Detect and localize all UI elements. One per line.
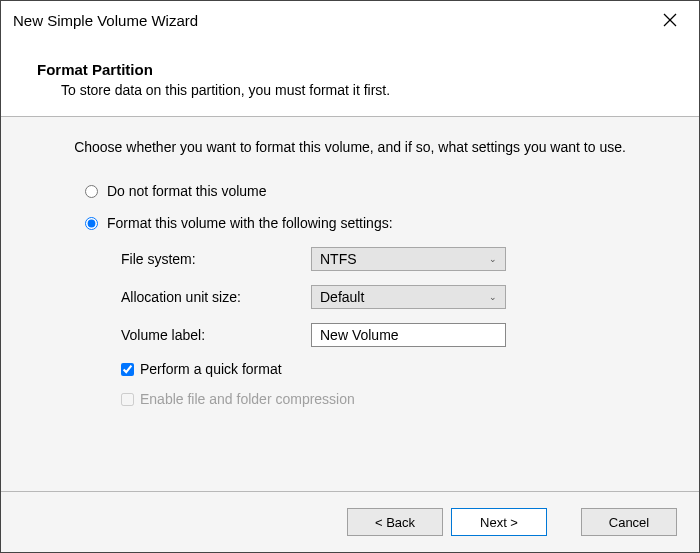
next-button[interactable]: Next > bbox=[451, 508, 547, 536]
radio-format[interactable]: Format this volume with the following se… bbox=[85, 215, 659, 231]
radio-format-input[interactable] bbox=[85, 217, 98, 230]
file-system-label: File system: bbox=[121, 251, 311, 267]
page-subtitle: To store data on this partition, you mus… bbox=[37, 82, 663, 98]
compression-checkbox bbox=[121, 393, 134, 406]
footer-section: < Back Next > Cancel bbox=[1, 491, 699, 552]
file-system-dropdown[interactable]: NTFS ⌄ bbox=[311, 247, 506, 271]
instruction-text: Choose whether you want to format this v… bbox=[41, 139, 659, 155]
format-settings: File system: NTFS ⌄ Allocation unit size… bbox=[85, 247, 659, 407]
radio-format-label: Format this volume with the following se… bbox=[107, 215, 393, 231]
allocation-row: Allocation unit size: Default ⌄ bbox=[121, 285, 659, 309]
header-section: Format Partition To store data on this p… bbox=[1, 39, 699, 116]
allocation-dropdown[interactable]: Default ⌄ bbox=[311, 285, 506, 309]
radio-do-not-format[interactable]: Do not format this volume bbox=[85, 183, 659, 199]
compression-row: Enable file and folder compression bbox=[121, 391, 659, 407]
back-button[interactable]: < Back bbox=[347, 508, 443, 536]
allocation-label: Allocation unit size: bbox=[121, 289, 311, 305]
compression-label: Enable file and folder compression bbox=[140, 391, 355, 407]
chevron-down-icon: ⌄ bbox=[489, 292, 497, 302]
page-title: Format Partition bbox=[37, 61, 663, 78]
file-system-row: File system: NTFS ⌄ bbox=[121, 247, 659, 271]
allocation-value: Default bbox=[320, 289, 364, 305]
quick-format-row[interactable]: Perform a quick format bbox=[121, 361, 659, 377]
close-icon bbox=[663, 13, 677, 27]
close-button[interactable] bbox=[653, 5, 687, 35]
volume-label-label: Volume label: bbox=[121, 327, 311, 343]
window-title: New Simple Volume Wizard bbox=[13, 12, 198, 29]
volume-label-row: Volume label: bbox=[121, 323, 659, 347]
volume-label-input[interactable] bbox=[311, 323, 506, 347]
format-option-group: Do not format this volume Format this vo… bbox=[41, 183, 659, 407]
content-section: Choose whether you want to format this v… bbox=[1, 117, 699, 491]
quick-format-label: Perform a quick format bbox=[140, 361, 282, 377]
radio-do-not-format-input[interactable] bbox=[85, 185, 98, 198]
radio-do-not-format-label: Do not format this volume bbox=[107, 183, 267, 199]
file-system-value: NTFS bbox=[320, 251, 357, 267]
button-spacer bbox=[555, 508, 573, 536]
titlebar: New Simple Volume Wizard bbox=[1, 1, 699, 39]
cancel-button[interactable]: Cancel bbox=[581, 508, 677, 536]
chevron-down-icon: ⌄ bbox=[489, 254, 497, 264]
quick-format-checkbox[interactable] bbox=[121, 363, 134, 376]
wizard-window: New Simple Volume Wizard Format Partitio… bbox=[0, 0, 700, 553]
